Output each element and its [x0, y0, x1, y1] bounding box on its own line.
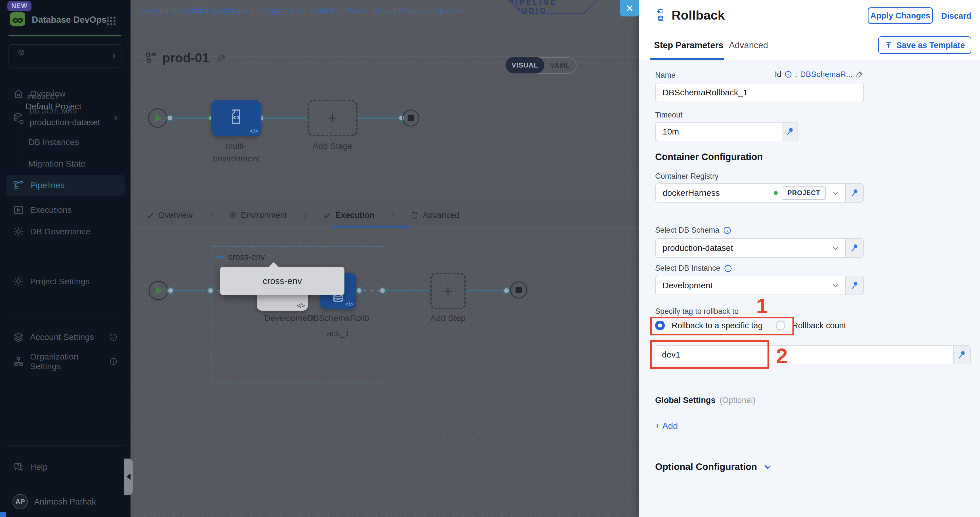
container-registry-value: dockerHarness [662, 188, 720, 198]
add-stage-label[interactable]: Add Stage [304, 141, 361, 151]
rollback-step-drawer: Rollback Apply Changes Discard Step Para… [639, 0, 980, 517]
chevron-right-icon [389, 212, 396, 218]
close-drawer-button[interactable] [620, 0, 639, 16]
instance-label-row: Select DB Instance [655, 264, 732, 273]
id-separator: : [795, 70, 797, 79]
info-icon[interactable] [723, 226, 732, 235]
chevron-down-icon [763, 462, 772, 471]
tab-advanced[interactable]: Advanced [410, 210, 459, 220]
container-registry-field[interactable]: dockerHarness PROJECT [655, 183, 864, 203]
user-menu[interactable]: AP Animesh Pathak [0, 492, 130, 512]
sidebar-item-db-schemas[interactable]: DB SCHEMAS production-dataset [0, 105, 130, 136]
drawer-title: Rollback [671, 8, 725, 23]
sidebar-item-organization-settings[interactable]: Organization Settings [0, 351, 130, 372]
sidebar-item-account-settings[interactable]: Account Settings [0, 327, 130, 347]
instance-pin-button[interactable] [846, 276, 864, 295]
info-icon[interactable] [724, 264, 732, 273]
sidebar-item-overview[interactable]: Overview [0, 83, 130, 104]
add-global-setting-link[interactable]: + Add [655, 421, 678, 431]
pipeline-canvas[interactable]: Account: kurosakiichigo.songoku › Organi… [130, 0, 639, 517]
radio-rollback-count-label[interactable]: Rollback count [792, 321, 846, 330]
db-schema-select[interactable]: production-dataset [655, 239, 846, 258]
sidebar-collapse-handle[interactable] [124, 458, 133, 495]
stage-end-node [402, 110, 419, 127]
db-schemas-value: production-dataset [30, 118, 100, 127]
breadcrumb-project[interactable]: Project: Default Project [344, 6, 422, 15]
step-connector [382, 290, 430, 291]
global-settings-row: Global Settings (Optional) [655, 396, 756, 405]
timeout-pin-button[interactable] [782, 122, 798, 141]
registry-pin-button[interactable] [846, 183, 864, 203]
info-icon[interactable] [784, 70, 792, 78]
optional-configuration-toggle[interactable]: Optional Configuration [655, 461, 772, 472]
stage-connector [261, 118, 308, 119]
tab-advanced-panel[interactable]: Advanced [729, 40, 768, 51]
stage-node-multi-environment[interactable]: </> [212, 100, 261, 136]
sidebar-item-project-settings[interactable]: Project Settings [0, 271, 130, 292]
sidebar-item-db-governance[interactable]: DB Governance [0, 221, 130, 242]
db-instance-field[interactable]: Development [655, 276, 864, 295]
collapse-arrow-icon [127, 474, 130, 480]
chevron-down-icon[interactable] [832, 189, 840, 197]
sidebar-item-pipelines[interactable]: Pipelines [0, 175, 130, 196]
name-input[interactable] [655, 83, 864, 102]
breadcrumb-account[interactable]: Account: kurosakiichigo.songoku [141, 6, 253, 15]
add-step-label[interactable]: Add Step [420, 313, 476, 323]
tab-step-parameters[interactable]: Step Parameters [654, 40, 724, 51]
step-group-header[interactable]: cross-env [217, 252, 265, 262]
tag-pin-button[interactable] [954, 345, 970, 364]
pipeline-studio-badge-label: PIPELINE STUDIO [509, 0, 598, 13]
sidebar-item-db-instances[interactable]: DB Instances [29, 137, 79, 147]
app-grid-icon[interactable] [105, 15, 117, 27]
breadcrumb-separator: › [427, 6, 429, 15]
tab-environment[interactable]: Environment [228, 210, 287, 220]
project-selector[interactable]: PROJECT Default Project [8, 44, 121, 68]
discard-button[interactable]: Discard [941, 11, 971, 21]
annotation-box-1 [650, 317, 794, 336]
schema-pin-button[interactable] [846, 239, 864, 258]
add-stage-button[interactable] [307, 100, 358, 136]
container-registry-select[interactable]: dockerHarness PROJECT [655, 183, 846, 203]
drawer-tabs: Step Parameters Advanced Save as Templat… [639, 30, 980, 60]
sidebar: NEW Database DevOps PROJECT Default Proj… [0, 0, 130, 517]
avatar[interactable]: AP [13, 494, 28, 509]
sidebar-item-executions[interactable]: Executions [0, 200, 130, 220]
edit-id-icon[interactable] [856, 70, 863, 78]
chevron-right-icon [207, 212, 214, 218]
timeout-field [655, 122, 798, 141]
scope-badge: PROJECT [782, 186, 826, 200]
toggle-visual[interactable]: VISUAL [506, 57, 544, 73]
add-step-button[interactable] [430, 273, 466, 309]
visual-yaml-toggle[interactable]: VISUAL YAML [506, 57, 576, 74]
save-as-template-button[interactable]: Save as Template [878, 36, 971, 54]
tab-execution[interactable]: Execution [323, 210, 375, 220]
play-icon [156, 286, 162, 294]
tab-overview[interactable]: Overview [146, 210, 192, 220]
db-instance-select[interactable]: Development [655, 276, 846, 295]
pin-icon [957, 350, 966, 359]
step-label-rollback-line2: ack_1 [301, 329, 375, 338]
connector-port [166, 115, 173, 122]
sidebar-divider [6, 314, 124, 314]
stage-start-node [148, 108, 167, 128]
sidebar-item-help[interactable]: Help [0, 457, 130, 477]
cross-env-tooltip: cross-env [220, 267, 344, 295]
timeout-input[interactable] [655, 122, 782, 141]
stage-label-line1: multi- [208, 141, 264, 151]
layers-icon [13, 332, 24, 342]
chevron-down-icon[interactable] [832, 282, 840, 290]
home-icon [13, 88, 24, 99]
edit-pipeline-icon[interactable] [217, 53, 226, 62]
toggle-yaml[interactable]: YAML [544, 62, 576, 70]
annotation-box-2 [650, 340, 769, 369]
breadcrumb-pipelines[interactable]: Pipelines [433, 6, 465, 15]
chevron-down-icon[interactable] [832, 244, 840, 252]
container-configuration-heading: Container Configuration [655, 151, 763, 162]
collapse-group-icon[interactable] [217, 256, 224, 258]
sidebar-item-migration-state[interactable]: Migration State [29, 159, 86, 169]
apply-changes-button[interactable]: Apply Changes [868, 7, 933, 24]
sidebar-divider [6, 445, 124, 445]
breadcrumb-org[interactable]: Organization: default [263, 6, 334, 15]
db-schema-field[interactable]: production-dataset [655, 239, 864, 258]
pipeline-icon [145, 52, 157, 64]
